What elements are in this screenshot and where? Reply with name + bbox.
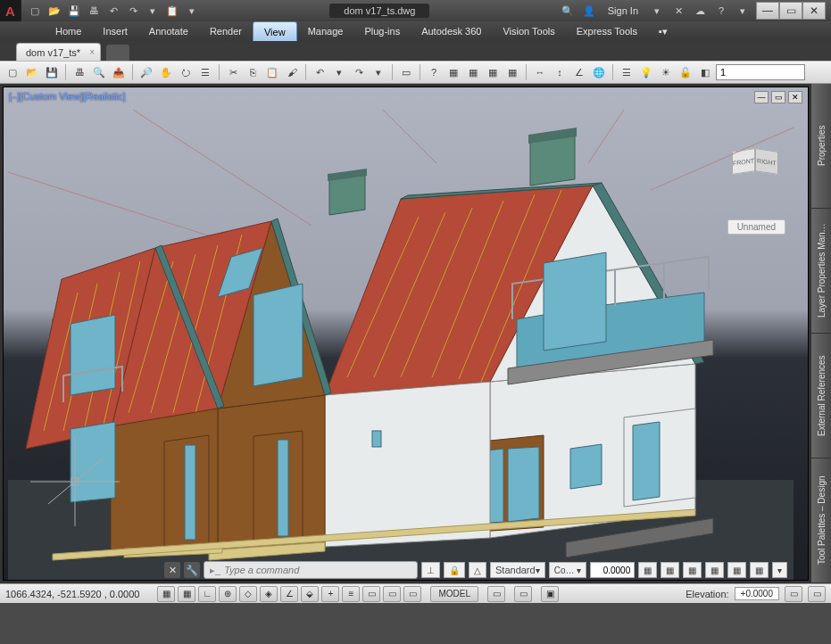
style-combo[interactable]: Standard ▾ (490, 562, 545, 578)
panel-layer-properties[interactable]: Layer Properties Man… (811, 209, 831, 334)
menu-render[interactable]: Render (199, 21, 253, 41)
status-extra2-icon[interactable]: ▭ (808, 586, 826, 602)
si6-icon[interactable]: ▦ (750, 562, 769, 578)
menu-expresstools[interactable]: Express Tools (566, 21, 648, 41)
si1-icon[interactable]: ▦ (638, 562, 657, 578)
tpy-icon[interactable]: ▭ (362, 586, 380, 602)
cloud-icon[interactable]: ☁ (692, 3, 708, 19)
help-icon[interactable]: ? (713, 3, 729, 19)
lwt-icon[interactable]: ≡ (342, 586, 360, 602)
grid-icon[interactable]: ▦ (178, 586, 195, 602)
osnap-icon[interactable]: ◇ (239, 586, 257, 602)
vp-minimize-icon[interactable]: — (754, 91, 769, 103)
save-icon[interactable]: 💾 (66, 3, 82, 19)
si3-icon[interactable]: ▦ (683, 562, 702, 578)
clipboard-icon[interactable]: 📋 (164, 3, 180, 19)
tb-grid-icon[interactable]: ▦ (503, 63, 521, 81)
menu-overflow-icon[interactable]: ▪▾ (648, 21, 678, 41)
panel-properties[interactable]: Properties (811, 84, 831, 209)
menu-plugins[interactable]: Plug-ins (353, 21, 411, 41)
tb-match-icon[interactable]: 🖌 (283, 63, 301, 81)
menu-visiontools[interactable]: Vision Tools (492, 21, 565, 41)
status-model[interactable]: MODEL (430, 586, 478, 602)
si2-icon[interactable]: ▦ (661, 562, 679, 578)
tb-layer-lock-icon[interactable]: 🔓 (677, 63, 694, 81)
sign-in-link[interactable]: Sign In (602, 5, 644, 16)
polar-icon[interactable]: ⊕ (219, 586, 237, 602)
maximize-button[interactable]: ▭ (779, 2, 802, 20)
tb-window1-icon[interactable]: ▦ (445, 63, 462, 81)
menu-home[interactable]: Home (45, 21, 92, 41)
tb-open-icon[interactable]: 📂 (23, 63, 41, 81)
tb-plot-icon[interactable]: 🖶 (71, 63, 88, 81)
new-doc-tab[interactable] (106, 45, 129, 61)
app-logo[interactable]: A (0, 0, 21, 21)
tb-copy-icon[interactable]: ⎘ (244, 63, 262, 81)
command-input-wrap[interactable]: ▸_ (204, 561, 418, 579)
open-icon[interactable]: 📂 (46, 3, 62, 19)
tb-undo-icon[interactable]: ↶ (311, 63, 328, 81)
qat-more-icon[interactable]: ▾ (145, 3, 161, 19)
tb-preview-icon[interactable]: 🔍 (90, 63, 108, 81)
doc-tab-close-icon[interactable]: × (89, 47, 95, 57)
help-dropdown-icon[interactable]: ▾ (735, 3, 751, 19)
ducs-icon[interactable]: ⬙ (301, 586, 319, 602)
tb-redo-dd-icon[interactable]: ▾ (370, 63, 387, 81)
viewport-label[interactable]: [–][Custom View][Realistic] (9, 91, 126, 102)
3dosnap-icon[interactable]: ◈ (260, 586, 278, 602)
sc-icon[interactable]: ▭ (403, 586, 421, 602)
tb-dim1-icon[interactable]: ↔ (531, 63, 549, 81)
annoscale-icon[interactable]: △ (469, 562, 486, 578)
tb-select-icon[interactable]: ▭ (397, 63, 415, 81)
panel-tool-palettes[interactable]: Tool Palettes – Design (811, 458, 831, 583)
tb-orbit-icon[interactable]: ⭮ (177, 63, 195, 81)
tb-layer-sun-icon[interactable]: ☀ (657, 63, 675, 81)
menu-annotate[interactable]: Annotate (138, 21, 199, 41)
minimize-button[interactable]: — (756, 2, 779, 20)
si7-icon[interactable]: ▾ (772, 562, 787, 578)
cmd-close-icon[interactable]: ✕ (164, 562, 180, 578)
tb-layer-mgr-icon[interactable]: ☰ (618, 63, 636, 81)
new-icon[interactable]: ▢ (27, 3, 43, 19)
axis-icon[interactable]: ⊥ (421, 562, 440, 578)
tb-window3-icon[interactable]: ▦ (484, 63, 502, 81)
layer-combo[interactable]: 1 (716, 64, 805, 80)
menu-autodesk360[interactable]: Autodesk 360 (411, 21, 492, 41)
snap-icon[interactable]: ▦ (157, 586, 175, 602)
tb-dim3-icon[interactable]: ∠ (570, 63, 588, 81)
command-input[interactable] (224, 565, 411, 575)
coord-combo[interactable]: Co… ▾ (549, 562, 587, 578)
tb-save-icon[interactable]: 💾 (43, 63, 61, 81)
status-extra1-icon[interactable]: ▭ (785, 586, 802, 602)
tb-props-icon[interactable]: ☰ (196, 63, 214, 81)
tb-new-icon[interactable]: ▢ (4, 63, 21, 81)
tb-help-icon[interactable]: ? (425, 63, 443, 81)
vp-close-icon[interactable]: ✕ (788, 91, 802, 103)
viewport[interactable]: [–][Custom View][Realistic] — ▭ ✕ FRONT … (3, 87, 809, 581)
qp-icon[interactable]: ▭ (383, 586, 401, 602)
tb-undo-dd-icon[interactable]: ▾ (330, 63, 348, 81)
ortho-icon[interactable]: ∟ (198, 586, 216, 602)
exchange-icon[interactable]: ✕ (670, 3, 686, 19)
tb-window2-icon[interactable]: ▦ (464, 63, 482, 81)
menu-insert[interactable]: Insert (92, 21, 138, 41)
search-icon[interactable]: 🔍 (560, 3, 576, 19)
menu-view[interactable]: View (253, 21, 297, 41)
tb-layer-bulb-icon[interactable]: 💡 (637, 63, 655, 81)
signin-dropdown-icon[interactable]: ▾ (649, 3, 665, 19)
panel-external-refs[interactable]: External References (811, 334, 831, 458)
qat-dropdown-icon[interactable]: ▾ (184, 3, 200, 19)
si4-icon[interactable]: ▦ (705, 562, 724, 578)
elevation-value[interactable]: +0.0000 (735, 587, 779, 600)
tb-dim2-icon[interactable]: ↕ (551, 63, 569, 81)
vp-maximize-icon[interactable]: ▭ (771, 91, 785, 103)
user-icon[interactable]: 👤 (581, 3, 597, 19)
tb-redo-icon[interactable]: ↷ (350, 63, 368, 81)
doc-tab[interactable]: dom v17_ts* × (16, 43, 101, 61)
status-maximize-icon[interactable]: ▣ (541, 586, 559, 602)
status-layout2-icon[interactable]: ▭ (514, 586, 532, 602)
menu-manage[interactable]: Manage (297, 21, 354, 41)
tb-paste-icon[interactable]: 📋 (263, 63, 281, 81)
print-icon[interactable]: 🖶 (86, 3, 102, 19)
tb-layer-color-icon[interactable]: ◧ (696, 63, 714, 81)
